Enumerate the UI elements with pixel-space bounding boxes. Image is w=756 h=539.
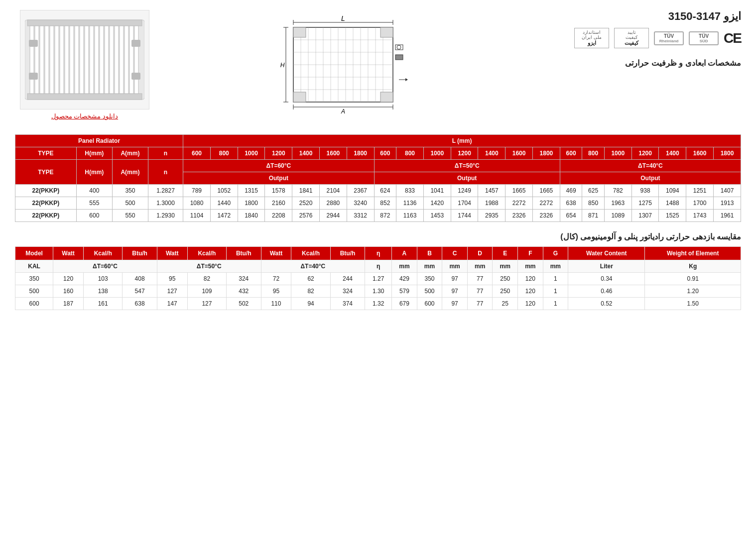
col-watt3: Watt	[261, 247, 291, 260]
table1-cell-r2-c3: 1.2930	[148, 210, 183, 222]
mm-D: mm	[467, 260, 493, 273]
table2-cell-r2-c15: 25	[493, 298, 518, 310]
col-watt1: Watt	[53, 247, 84, 260]
svg-rect-7	[50, 26, 54, 94]
svg-rect-26	[29, 73, 38, 80]
table1-cell-r2-c16: 2326	[505, 210, 533, 222]
table2-cell-r1-c14: 77	[467, 285, 493, 298]
table1-cell-r1-c14: 1704	[451, 197, 478, 210]
table1-cell-r2-c19: 871	[582, 210, 605, 222]
product-image-area: دانلود مشخصات محصول	[15, 10, 154, 120]
col-model: Model	[15, 247, 53, 260]
table2-cell-r0-c13: 97	[442, 273, 468, 285]
col-eta: η	[365, 247, 392, 260]
table2-cell-r1-c19: 1.20	[645, 285, 741, 298]
table1-cell-r2-c21: 1307	[631, 210, 659, 222]
len-600-2: 600	[374, 147, 396, 160]
len-1200-1: 1200	[265, 147, 292, 160]
svg-rect-2	[27, 94, 142, 100]
table2-cell-r1-c0: 500	[15, 285, 53, 298]
table1-cell-r0-c11: 624	[374, 185, 396, 197]
download-link[interactable]: دانلود مشخصات محصول	[51, 112, 118, 120]
svg-rect-5	[40, 26, 44, 94]
table2-cell-r1-c7: 95	[261, 285, 291, 298]
table2-cell-r0-c2: 103	[84, 273, 123, 285]
len-600-1: 600	[183, 147, 211, 160]
len-1600-1: 1600	[320, 147, 347, 160]
table1-cell-r1-c2: 500	[112, 197, 148, 210]
table2-cell-r1-c6: 432	[227, 285, 261, 298]
table2-row-2: 600187161638147127502110943741.326796009…	[15, 298, 741, 310]
table2-row-0: 350120103408958232472622441.274293509777…	[15, 273, 741, 285]
table2-cell-r0-c19: 0.91	[645, 273, 741, 285]
table2-cell-r1-c1: 160	[53, 285, 84, 298]
table1-cell-r1-c12: 1136	[396, 197, 424, 210]
table1-cell-r1-c4: 1080	[183, 197, 211, 210]
svg-rect-52	[380, 27, 393, 37]
table1-cell-r0-c6: 1315	[238, 185, 265, 197]
mm-F: mm	[518, 260, 543, 273]
panel-radiator-table-wrapper: Panel Radiator L (mm) TYPE H(mm) A(mm) n…	[15, 134, 741, 222]
table1-cell-r2-c14: 1744	[451, 210, 478, 222]
table2-row-1: 50016013854712710943295823241.3057950097…	[15, 285, 741, 298]
len-1400-1: 1400	[292, 147, 320, 160]
table1-cell-r0-c13: 1041	[423, 185, 451, 197]
table1-cell-r0-c4: 789	[183, 185, 211, 197]
len-800-1: 800	[210, 147, 238, 160]
table1-cell-r2-c12: 1163	[396, 210, 424, 222]
section2-title: مقایسه بازدهی حرارتی رادیاتور پنلی و آلو…	[15, 232, 741, 241]
dt60-sub: ΔT=60°C	[53, 260, 157, 273]
col-btu3: Btu/h	[330, 247, 365, 260]
liter-sub: Liter	[568, 260, 645, 273]
table1-cell-r0-c2: 350	[112, 185, 148, 197]
table1-cell-r2-c1: 600	[76, 210, 112, 222]
table1-cell-r0-c7: 1578	[265, 185, 292, 197]
table1-cell-r1-c15: 1988	[478, 197, 505, 210]
table2-cell-r2-c16: 120	[518, 298, 543, 310]
table1-cell-r2-c7: 2208	[265, 210, 292, 222]
svg-rect-14	[85, 26, 89, 94]
svg-text:A: A	[341, 108, 345, 115]
table1-cell-r1-c19: 850	[582, 197, 605, 210]
svg-rect-27	[131, 40, 140, 47]
table1-cell-r0-c8: 1841	[292, 185, 320, 197]
table2-cell-r2-c2: 161	[84, 298, 123, 310]
len-1200-3: 1200	[631, 147, 659, 160]
table1-cell-r2-c15: 2935	[478, 210, 505, 222]
table1-cell-r1-c10: 3240	[347, 197, 374, 210]
table2-cell-r1-c11: 579	[392, 285, 417, 298]
table2-cell-r2-c18: 0.52	[568, 298, 645, 310]
table1-cell-r1-c18: 638	[560, 197, 582, 210]
table1-cell-r0-c17: 1665	[533, 185, 560, 197]
table1-cell-r2-c4: 1104	[183, 210, 211, 222]
len-1400-3: 1400	[659, 147, 686, 160]
table1-cell-r0-c19: 625	[582, 185, 605, 197]
table2-cell-r1-c3: 547	[123, 285, 157, 298]
table2-cell-r2-c4: 147	[157, 298, 187, 310]
table1-cell-r0-c0: 22(PKKP)	[15, 185, 77, 197]
diagram-area: L	[154, 10, 532, 124]
table2-cell-r0-c12: 350	[417, 273, 442, 285]
table2-cell-r2-c3: 638	[123, 298, 157, 310]
table2-cell-r0-c8: 62	[291, 273, 330, 285]
col-watt2: Watt	[157, 247, 187, 260]
table1-cell-r1-c11: 852	[374, 197, 396, 210]
len-800-2: 800	[396, 147, 424, 160]
table2-cell-r0-c10: 1.27	[365, 273, 392, 285]
svg-rect-21	[120, 26, 124, 94]
table1-cell-r0-c10: 2367	[347, 185, 374, 197]
table2-cell-r0-c17: 1	[543, 273, 568, 285]
radiator-image	[20, 10, 149, 109]
table2-cell-r0-c18: 0.34	[568, 273, 645, 285]
table1-cell-r0-c21: 938	[631, 185, 659, 197]
table2-cell-r1-c10: 1.30	[365, 285, 392, 298]
table1-cell-r0-c5: 1052	[210, 185, 238, 197]
len-1800-3: 1800	[714, 147, 741, 160]
col-btu2: Btu/h	[227, 247, 261, 260]
table2-cell-r0-c5: 82	[187, 273, 226, 285]
len-1600-3: 1600	[686, 147, 714, 160]
table1-cell-r2-c13: 1453	[423, 210, 451, 222]
table1-cell-r2-c6: 1840	[238, 210, 265, 222]
table2-cell-r1-c12: 500	[417, 285, 442, 298]
table1-cell-r1-c20: 1963	[604, 197, 631, 210]
